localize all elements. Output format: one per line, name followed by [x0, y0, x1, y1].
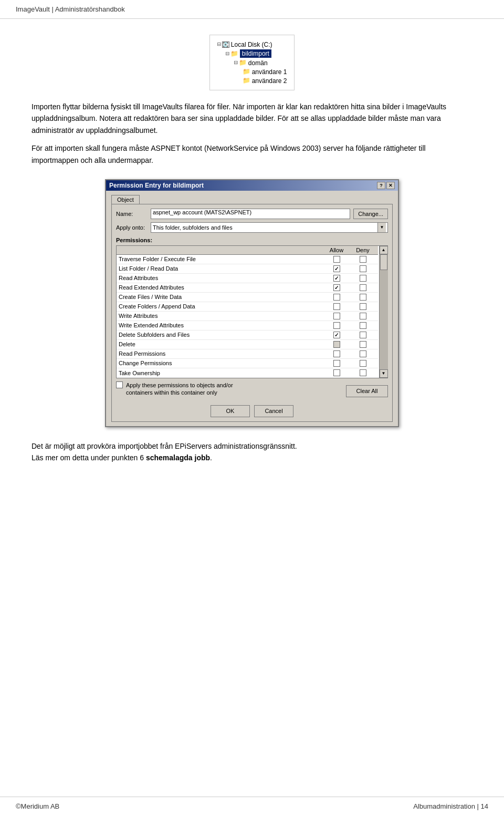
perm-deny-9: [350, 341, 376, 348]
perm-row-5: Create Folders / Append Data: [117, 302, 378, 312]
perm-allow-12: [323, 369, 350, 376]
perm-deny-checkbox-9[interactable]: [360, 341, 366, 348]
perm-allow-checkbox-4[interactable]: [333, 294, 340, 301]
perm-deny-checkbox-7[interactable]: [360, 322, 366, 329]
dialog-buttons-row: OK Cancel: [116, 405, 388, 417]
dialog-title: Permission Entry for bildimport: [109, 182, 204, 189]
perm-allow-8: [323, 332, 350, 338]
perm-row-2: Read Attributes: [117, 274, 378, 283]
perm-allow-checkbox-2[interactable]: [333, 275, 340, 282]
clear-all-button[interactable]: Clear All: [346, 385, 388, 397]
perm-allow-10: [323, 350, 350, 357]
permissions-scrollbar[interactable]: ▲ ▼: [379, 246, 387, 378]
perm-deny-checkbox-6[interactable]: [360, 313, 366, 319]
perm-row-3: Read Extended Attributes: [117, 283, 378, 293]
perm-allow-6: [323, 313, 350, 319]
tree-label-anv1: användare 1: [252, 68, 287, 76]
perm-name-11: Change Permissions: [119, 360, 323, 366]
perm-row-9: Delete: [117, 340, 378, 349]
perm-deny-6: [350, 313, 376, 319]
perm-allow-checkbox-9[interactable]: [333, 341, 340, 348]
perm-name-6: Write Attributes: [119, 313, 323, 319]
close-button[interactable]: ✕: [386, 182, 395, 189]
perm-allow-checkbox-12[interactable]: [333, 369, 340, 376]
perm-name-9: Delete: [119, 341, 323, 347]
ok-button[interactable]: OK: [211, 405, 250, 417]
col-deny: Deny: [350, 247, 376, 253]
perm-allow-7: [323, 322, 350, 329]
name-field-row: Name: aspnet_wp account (MATS2\ASPNET) C…: [116, 209, 388, 219]
perm-deny-1: [350, 265, 376, 272]
tree-label-bildimport: bildimport: [240, 49, 271, 58]
perm-row-11: Change Permissions: [117, 359, 378, 368]
perm-allow-checkbox-5[interactable]: [333, 303, 340, 310]
tree-diagram: ⊟ 💽 Local Disk (C:) ⊟ 📁 bildimport ⊟ 📁 d…: [209, 35, 295, 90]
tree-diagram-container: ⊟ 💽 Local Disk (C:) ⊟ 📁 bildimport ⊟ 📁 d…: [32, 35, 472, 90]
name-input[interactable]: aspnet_wp account (MATS2\ASPNET): [151, 209, 350, 219]
scrollbar-thumb[interactable]: [380, 254, 387, 270]
permissions-label: Permissions:: [116, 237, 388, 243]
perm-name-8: Delete Subfolders and Files: [119, 332, 323, 338]
perm-allow-checkbox-10[interactable]: [333, 350, 340, 357]
perm-deny-checkbox-1[interactable]: [360, 265, 366, 272]
perm-row-4: Create Files / Write Data: [117, 293, 378, 302]
perm-row-10: Read Permissions: [117, 349, 378, 359]
perm-deny-0: [350, 256, 376, 263]
tab-area: Object: [111, 195, 393, 204]
perm-allow-2: [323, 275, 350, 282]
paragraph-4-start: Läs mer om detta under punkten 6: [32, 453, 146, 462]
perm-deny-checkbox-12[interactable]: [360, 369, 366, 376]
change-button[interactable]: Change...: [353, 209, 388, 219]
dialog-titlebar: Permission Entry for bildimport ? ✕: [106, 180, 398, 191]
perm-deny-8: [350, 332, 376, 338]
permissions-inner: Allow Deny Traverse Folder / Execute Fil…: [117, 246, 387, 378]
tree-label-doman: domän: [248, 59, 268, 67]
dialog-tab-content: Name: aspnet_wp account (MATS2\ASPNET) C…: [111, 204, 393, 422]
perm-deny-2: [350, 275, 376, 282]
perm-name-7: Write Extended Attributes: [119, 322, 323, 328]
perm-allow-checkbox-3[interactable]: [333, 284, 340, 291]
tree-item-anvandare2[interactable]: 📁 användare 2: [243, 77, 287, 85]
apply-onto-dropdown[interactable]: This folder, subfolders and files ▼: [151, 222, 388, 233]
perm-deny-checkbox-4[interactable]: [360, 294, 366, 301]
perm-deny-checkbox-2[interactable]: [360, 275, 366, 282]
perm-allow-4: [323, 294, 350, 301]
perm-allow-5: [323, 303, 350, 310]
tree-item-anvandare1[interactable]: 📁 användare 1: [243, 68, 287, 76]
expand-icon-2: ⊟: [226, 50, 229, 58]
perm-deny-checkbox-11[interactable]: [360, 360, 366, 367]
page-header: ImageVault | Administratörshandbok: [0, 0, 504, 19]
perm-allow-1: [323, 265, 350, 272]
cancel-button[interactable]: Cancel: [254, 405, 293, 417]
dialog-wrapper: Permission Entry for bildimport ? ✕ Obje…: [32, 179, 472, 427]
perm-deny-checkbox-5[interactable]: [360, 303, 366, 310]
paragraph-4-end: .: [210, 453, 212, 462]
dialog-permission-entry: Permission Entry for bildimport ? ✕ Obje…: [105, 179, 399, 427]
paragraph-2: För att importen skall fungera måste ASP…: [32, 142, 472, 166]
tree-item-bildimport[interactable]: ⊟ 📁 bildimport: [226, 49, 287, 58]
perm-deny-12: [350, 369, 376, 376]
paragraph-3-4: Det är möjligt att provköra importjobbet…: [32, 440, 472, 464]
tree-label-anv2: användare 2: [252, 77, 287, 85]
perm-allow-checkbox-7[interactable]: [333, 322, 340, 329]
apply-check-row: Apply these permissions to objects and/o…: [116, 381, 233, 397]
perm-allow-checkbox-0[interactable]: [333, 256, 340, 263]
perm-allow-checkbox-8[interactable]: [333, 332, 340, 338]
perm-name-0: Traverse Folder / Execute File: [119, 256, 323, 262]
perm-deny-checkbox-8[interactable]: [360, 332, 366, 338]
perm-allow-checkbox-6[interactable]: [333, 313, 340, 319]
apply-objects-checkbox[interactable]: [116, 381, 123, 388]
perm-allow-checkbox-1[interactable]: [333, 265, 340, 272]
tab-object[interactable]: Object: [111, 195, 140, 204]
scrollbar-down-button[interactable]: ▼: [380, 369, 388, 378]
perm-deny-checkbox-0[interactable]: [360, 256, 366, 263]
page-footer: ©Meridium AB Albumadministration | 14: [0, 797, 504, 815]
help-button[interactable]: ?: [377, 182, 385, 189]
perm-deny-checkbox-3[interactable]: [360, 284, 366, 291]
perm-allow-0: [323, 256, 350, 263]
tree-item-doman[interactable]: ⊟ 📁 domän: [234, 59, 287, 67]
perm-allow-checkbox-11[interactable]: [333, 360, 340, 367]
perm-deny-checkbox-10[interactable]: [360, 350, 366, 357]
perm-name-4: Create Files / Write Data: [119, 294, 323, 300]
scrollbar-up-button[interactable]: ▲: [380, 246, 388, 254]
